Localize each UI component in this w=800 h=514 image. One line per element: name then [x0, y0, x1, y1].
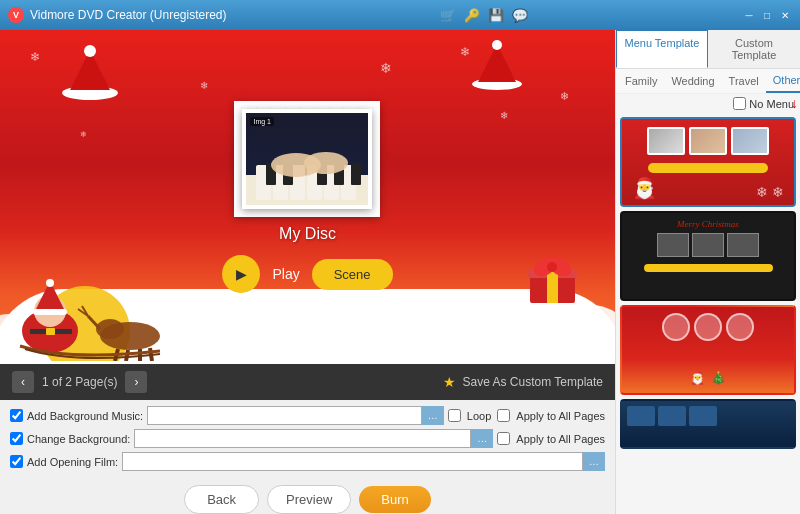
burn-button[interactable]: Burn	[359, 486, 430, 513]
video-thumbnail-wrapper: ·········· Img 1	[234, 101, 380, 217]
save-template-label: Save As Custom Template	[462, 375, 603, 389]
close-button[interactable]: ✕	[778, 8, 792, 22]
action-buttons: Back Preview Burn	[0, 479, 615, 514]
minimize-button[interactable]: ─	[742, 8, 756, 22]
bg-music-options: Loop Apply to All Pages	[448, 409, 605, 422]
window-controls: ─ □ ✕	[742, 8, 792, 22]
santa-illustration	[0, 221, 200, 364]
cat-family[interactable]: Family	[618, 70, 664, 92]
opening-film-checkbox[interactable]	[10, 455, 23, 468]
right-panel: Menu Template Custom Template Family Wed…	[615, 30, 800, 514]
bg-music-browse-button[interactable]: …	[422, 406, 444, 425]
svg-point-2	[84, 45, 96, 57]
cat-wedding[interactable]: Wedding	[664, 70, 721, 92]
preview-button[interactable]: Preview	[267, 485, 351, 514]
save-icon[interactable]: 💾	[488, 8, 504, 23]
tab-menu-template[interactable]: Menu Template	[616, 30, 708, 68]
loop-label: Loop	[467, 410, 491, 422]
bg-music-input[interactable]	[147, 406, 422, 425]
bg-music-input-group: …	[147, 406, 444, 425]
scene-button[interactable]: Scene	[312, 259, 393, 290]
change-bg-checkbox[interactable]	[10, 432, 23, 445]
change-bg-row: Change Background: … Apply to All Pages	[10, 429, 605, 448]
change-bg-browse-button[interactable]: …	[471, 429, 493, 448]
change-bg-label: Change Background:	[27, 433, 130, 445]
change-bg-apply-label: Apply to All Pages	[516, 433, 605, 445]
hat-right-decoration	[470, 40, 525, 93]
category-tabs: Family Wedding Travel Others ▶	[616, 69, 800, 94]
template-item-2[interactable]: Merry Christmas	[620, 211, 796, 301]
disc-title: My Disc	[279, 225, 336, 243]
bg-music-row: Add Background Music: … Loop Apply to Al…	[10, 406, 605, 425]
nav-bar: ‹ 1 of 2 Page(s) › ★ Save As Custom Temp…	[0, 364, 615, 400]
svg-point-19	[304, 152, 348, 174]
opening-film-label: Add Opening Film:	[27, 456, 118, 468]
svg-point-29	[96, 319, 124, 339]
svg-rect-27	[46, 328, 55, 335]
loop-checkbox[interactable]	[448, 409, 461, 422]
cart-icon[interactable]: 🛒	[440, 8, 456, 23]
bg-music-label: Add Background Music:	[27, 410, 143, 422]
svg-point-43	[547, 262, 557, 272]
video-frame: Img 1	[242, 109, 372, 209]
change-bg-options: Apply to All Pages	[497, 432, 605, 445]
template-item-4[interactable]	[620, 399, 796, 449]
cat-travel[interactable]: Travel	[722, 70, 766, 92]
bg-music-apply-label: Apply to All Pages	[516, 410, 605, 422]
title-bar-icons: 🛒 🔑 💾 💬	[440, 8, 528, 23]
back-button[interactable]: Back	[184, 485, 259, 514]
play-label: Play	[272, 266, 299, 282]
no-menu-checkbox[interactable]	[733, 97, 746, 110]
no-menu-area: No Menu	[616, 94, 800, 113]
template-item-1[interactable]: 🎅 ❄ ❄	[620, 117, 796, 207]
hat-left-decoration	[60, 45, 120, 103]
cat-others[interactable]: Others	[766, 69, 800, 93]
playback-controls: ▶ Play Scene	[222, 255, 392, 293]
svg-rect-24	[33, 309, 67, 315]
star-icon: ★	[443, 374, 456, 390]
main-container: ❄ ❄ ❄ ❄ ❄ ❄ ❄	[0, 30, 800, 514]
help-icon[interactable]: 💬	[512, 8, 528, 23]
red-arrow-indicator: ↓	[791, 95, 798, 111]
key-icon[interactable]: 🔑	[464, 8, 480, 23]
opening-film-browse-button[interactable]: …	[583, 452, 605, 471]
change-bg-input[interactable]	[134, 429, 471, 448]
change-bg-input-group: …	[134, 429, 493, 448]
no-menu-label: No Menu	[749, 98, 794, 110]
svg-rect-17	[351, 163, 361, 185]
opening-film-input-group: …	[122, 452, 605, 471]
svg-point-25	[46, 279, 54, 287]
change-bg-apply-checkbox[interactable]	[497, 432, 510, 445]
prev-page-button[interactable]: ‹	[12, 371, 34, 393]
template-list[interactable]: 🎅 ❄ ❄ Merry Christmas	[616, 113, 800, 514]
template-item-3[interactable]: 🎅 🎄	[620, 305, 796, 395]
video-tag: Img 1	[250, 117, 274, 126]
nav-left: ‹ 1 of 2 Page(s) ›	[12, 371, 147, 393]
opening-film-row: Add Opening Film: …	[10, 452, 605, 471]
preview-area: ❄ ❄ ❄ ❄ ❄ ❄ ❄	[0, 30, 615, 514]
svg-point-5	[492, 40, 502, 50]
next-page-button[interactable]: ›	[125, 371, 147, 393]
template-tabs: Menu Template Custom Template	[616, 30, 800, 69]
bg-music-apply-checkbox[interactable]	[497, 409, 510, 422]
app-logo: V	[8, 7, 24, 23]
tab-custom-template[interactable]: Custom Template	[708, 30, 800, 68]
restore-button[interactable]: □	[760, 8, 774, 22]
christmas-preview: ❄ ❄ ❄ ❄ ❄ ❄ ❄	[0, 30, 615, 364]
center-content: ·········· Img 1	[222, 101, 392, 293]
svg-line-34	[126, 350, 128, 361]
bg-music-checkbox[interactable]	[10, 409, 23, 422]
bottom-section: Add Background Music: … Loop Apply to Al…	[0, 400, 615, 514]
gift-decoration	[525, 251, 580, 309]
page-indicator: 1 of 2 Page(s)	[42, 375, 117, 389]
app-title: Vidmore DVD Creator (Unregistered)	[30, 8, 227, 22]
save-template-button[interactable]: ★ Save As Custom Template	[443, 374, 603, 390]
controls-grid: Add Background Music: … Loop Apply to Al…	[0, 400, 615, 479]
play-button[interactable]: ▶	[222, 255, 260, 293]
title-bar: V Vidmore DVD Creator (Unregistered) 🛒 🔑…	[0, 0, 800, 30]
opening-film-input[interactable]	[122, 452, 583, 471]
